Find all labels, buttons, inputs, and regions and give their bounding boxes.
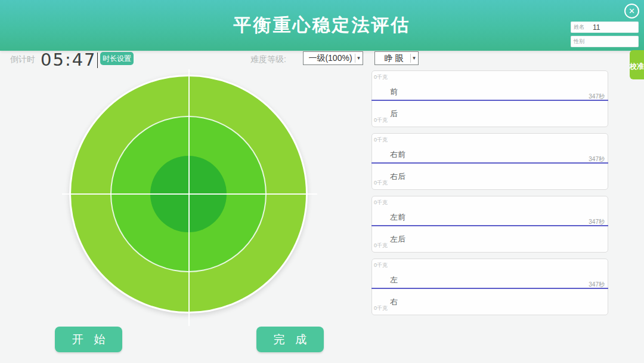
crosshair-vertical-line: [188, 69, 190, 326]
patient-name-field[interactable]: 姓名 11: [571, 21, 639, 33]
axis-line: [371, 162, 608, 164]
close-icon[interactable]: ✕: [624, 4, 639, 19]
app-window: 平衡重心稳定法评估 ✕ 姓名 11 性别 倒计时 05:47 时长设置 难度等级…: [0, 0, 644, 363]
countdown-value: 05:47: [41, 50, 97, 70]
duration-settings-button[interactable]: 时长设置: [100, 52, 134, 65]
weight-value: 0千克: [374, 73, 388, 81]
page-title: 平衡重心稳定法评估: [0, 13, 644, 38]
axis-line: [371, 100, 608, 101]
eye-mode-select[interactable]: 睁 眼 ▼: [374, 51, 419, 65]
panel-rightfront-rightback: 0千克 右前 347秒 右后 0千克: [371, 133, 608, 190]
direction-label: 后: [390, 109, 398, 119]
finish-button[interactable]: 完 成: [256, 327, 324, 352]
direction-label: 右后: [390, 171, 405, 182]
text-cursor: [97, 53, 98, 68]
countdown-timer[interactable]: 05:47: [41, 50, 98, 70]
weight-value: 0千克: [374, 304, 388, 312]
weight-value: 0千克: [374, 262, 388, 269]
difficulty-label: 难度等级:: [250, 54, 286, 65]
weight-value: 0千克: [374, 179, 388, 187]
patient-name-label: 姓名: [574, 23, 584, 31]
patient-gender-field[interactable]: 性别: [571, 36, 639, 47]
header-bar: 平衡重心稳定法评估 ✕ 姓名 11 性别: [0, 0, 644, 51]
axis-line: [371, 288, 608, 289]
weight-value: 0千克: [374, 136, 388, 144]
countdown-label: 倒计时: [10, 54, 35, 65]
panel-leftfront-leftback: 0千克 左前 347秒 左后 0千克: [371, 196, 608, 253]
eye-mode-selected-value: 睁 眼: [375, 53, 410, 64]
panel-left-right: 0千克 左 347秒 右 0千克: [371, 259, 608, 315]
axis-line: [371, 225, 608, 226]
patient-name-value: 11: [593, 23, 600, 32]
crosshair-horizontal-line: [62, 193, 317, 195]
calibrate-button[interactable]: 校准: [630, 50, 644, 79]
direction-panels: 0千克 前 347秒 后 0千克 0千克 右前 347秒 右后 0千克 0千克 …: [371, 70, 608, 315]
weight-value: 0千克: [374, 242, 388, 250]
panel-front-back: 0千克 前 347秒 后 0千克: [371, 70, 608, 127]
chevron-down-icon: ▼: [355, 54, 362, 63]
direction-label: 右前: [390, 149, 405, 160]
weight-value: 0千克: [374, 199, 388, 207]
direction-label: 左后: [390, 234, 405, 245]
difficulty-select[interactable]: 一级(100%) ▼: [303, 51, 363, 65]
start-button[interactable]: 开 始: [55, 327, 122, 352]
weight-value: 0千克: [374, 116, 388, 124]
direction-label: 左前: [390, 212, 405, 223]
difficulty-selected-value: 一级(100%): [304, 53, 355, 64]
patient-gender-label: 性别: [574, 38, 584, 45]
direction-label: 前: [390, 87, 398, 97]
direction-label: 左: [390, 275, 398, 285]
chevron-down-icon: ▼: [410, 54, 417, 63]
direction-label: 右: [390, 297, 398, 307]
